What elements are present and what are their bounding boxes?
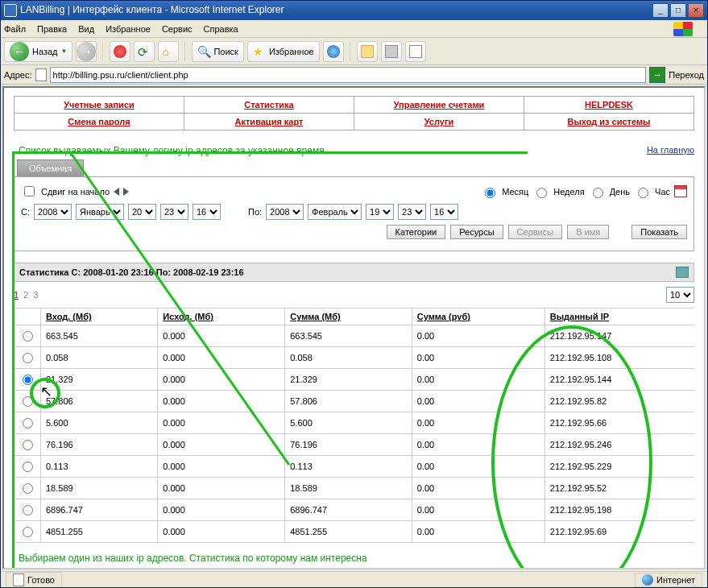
go-button[interactable]: → — [649, 67, 665, 83]
toolbar: ←Назад▼ → ⟳ ⌂ 🔍Поиск ★Избранное — [1, 38, 707, 65]
cell-out: 0.000 — [158, 478, 285, 499]
nav-helpdesk[interactable]: HELPDESK — [585, 100, 633, 110]
cell-sum-mb: 76.196 — [285, 434, 412, 456]
period-hour-radio[interactable] — [638, 188, 648, 198]
history-button[interactable] — [323, 41, 344, 62]
menu-service[interactable]: Сервис — [162, 24, 193, 34]
nav-billing[interactable]: Управление счетами — [394, 100, 485, 110]
mail-button[interactable] — [357, 41, 378, 62]
cell-sum-mb: 5.600 — [285, 412, 412, 434]
refresh-button[interactable]: ⟳ — [134, 41, 155, 62]
nav-statistics[interactable]: Статистика — [244, 100, 294, 110]
shift-checkbox[interactable] — [24, 186, 35, 197]
address-input[interactable] — [50, 67, 647, 83]
to-year[interactable]: 2008 — [266, 204, 304, 220]
status-zone: Интернет — [656, 575, 695, 585]
tab-volumetric[interactable]: Объёмная — [17, 159, 84, 176]
row-radio[interactable] — [23, 418, 33, 429]
menu-edit[interactable]: Правка — [37, 24, 67, 34]
cell-sum-mb: 0.058 — [285, 347, 412, 369]
from-year[interactable]: 2008 — [34, 204, 72, 220]
nav-accounts[interactable]: Учетные записи — [64, 100, 135, 110]
maximize-button[interactable]: □ — [670, 3, 686, 18]
go-label[interactable]: Переход — [669, 70, 704, 80]
home-button[interactable]: ⌂ — [158, 41, 179, 62]
row-radio[interactable] — [23, 353, 33, 363]
stats-header: Статистика С: 2008-01-20 23:16 По: 2008-… — [14, 263, 694, 282]
cell-sum-mb: 21.329 — [285, 369, 412, 391]
nav-services[interactable]: Услуги — [424, 117, 454, 126]
forward-button[interactable]: → — [76, 41, 97, 62]
menu-favorites[interactable]: Избранное — [106, 24, 151, 34]
cell-sum-mb: 663.545 — [285, 325, 412, 347]
nav-logout[interactable]: Выход из системы — [568, 117, 651, 126]
page-icon — [35, 68, 47, 81]
status-ready: Готово — [27, 575, 55, 585]
row-radio[interactable] — [23, 462, 33, 472]
row-radio[interactable] — [23, 331, 33, 342]
period-week-radio[interactable] — [536, 188, 547, 198]
from-hour[interactable]: 23 — [160, 204, 188, 220]
from-day[interactable]: 20 — [128, 204, 156, 220]
print-button[interactable] — [381, 41, 402, 62]
cell-in: 4851.255 — [41, 521, 158, 543]
site-nav: Учетные записи Статистика Управление сче… — [14, 96, 694, 130]
from-label: С: — [21, 207, 30, 217]
btn-resources[interactable]: Ресурсы — [450, 225, 503, 239]
edit-button[interactable] — [405, 41, 426, 62]
to-month[interactable]: Февраль — [308, 204, 362, 220]
btn-categories[interactable]: Категории — [387, 225, 446, 239]
annotation-line-top — [12, 151, 528, 154]
printer-icon[interactable] — [676, 267, 689, 278]
period-month-radio[interactable] — [485, 188, 495, 198]
to-day[interactable]: 19 — [366, 204, 394, 220]
menu-view[interactable]: Вид — [78, 24, 94, 34]
row-radio[interactable] — [23, 375, 33, 385]
calendar-icon[interactable] — [674, 185, 687, 197]
row-radio[interactable] — [23, 440, 33, 450]
to-hour[interactable]: 23 — [398, 204, 426, 220]
cell-in: 76.196 — [41, 434, 158, 456]
back-button[interactable]: ←Назад▼ — [4, 41, 72, 62]
row-radio[interactable] — [23, 527, 33, 537]
nav-password[interactable]: Смена пароля — [68, 117, 130, 126]
favorites-button[interactable]: ★Избранное — [247, 41, 320, 62]
search-button[interactable]: 🔍Поиск — [192, 41, 243, 62]
menu-help[interactable]: Справка — [204, 24, 238, 34]
col-ip[interactable]: Выданный IP — [544, 308, 694, 325]
minimize-button[interactable]: _ — [652, 3, 669, 18]
status-page-icon — [13, 574, 24, 586]
globe-icon — [642, 574, 653, 586]
period-day-radio[interactable] — [593, 188, 603, 198]
pagination: 1 2 3 10 — [14, 287, 694, 303]
cell-in: 6896.747 — [41, 499, 158, 521]
row-radio[interactable] — [23, 505, 33, 516]
col-sum-rub[interactable]: Сумма (руб) — [412, 308, 544, 325]
cell-out: 0.000 — [158, 456, 285, 478]
col-in[interactable]: Вход. (Мб) — [41, 308, 158, 325]
btn-show[interactable]: Показать — [631, 225, 687, 239]
from-min[interactable]: 16 — [193, 204, 221, 220]
col-out[interactable]: Исход. (Мб) — [158, 308, 285, 325]
menu-file[interactable]: Файл — [4, 24, 26, 34]
row-radio[interactable] — [23, 483, 33, 494]
btn-services: Сервисы — [508, 225, 563, 239]
home-link[interactable]: На главную — [647, 145, 694, 155]
stop-button[interactable] — [110, 41, 130, 62]
cell-out: 0.000 — [158, 521, 285, 543]
perpage-select[interactable]: 10 — [666, 287, 694, 303]
nav-cards[interactable]: Активация карт — [235, 117, 304, 126]
cursor-icon — [42, 386, 53, 402]
cell-in: 0.113 — [41, 456, 158, 478]
menubar: Файл Правка Вид Избранное Сервис Справка — [1, 20, 707, 38]
page-3[interactable]: 3 — [33, 290, 38, 300]
page-2[interactable]: 2 — [23, 290, 28, 300]
to-min[interactable]: 16 — [430, 204, 458, 220]
shift-next[interactable] — [123, 188, 129, 196]
filter-panel: Сдвиг на начало Месяц Неделя День Час С:… — [14, 176, 694, 251]
close-button[interactable]: ✕ — [688, 3, 704, 18]
address-label: Адрес: — [4, 70, 32, 80]
col-sum-mb[interactable]: Сумма (Мб) — [285, 308, 412, 325]
cell-in: 663.545 — [41, 325, 158, 347]
shift-prev[interactable] — [114, 188, 119, 196]
